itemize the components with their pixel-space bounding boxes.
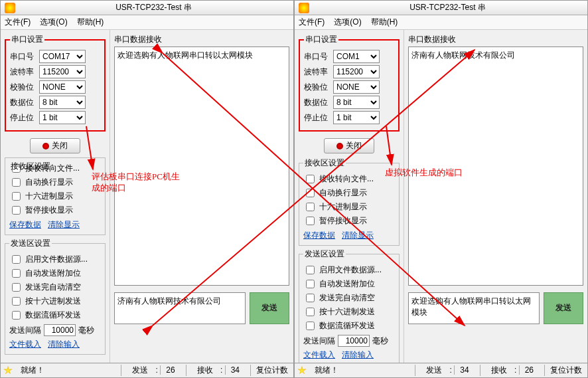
interval-input[interactable]: [338, 335, 370, 347]
link-file-load[interactable]: 文件载入: [9, 339, 41, 349]
main-area: 串口数据接收 欢迎选购有人物联网串口转以太网模块 济南有人物联网技术有限公司 发…: [110, 30, 293, 377]
chk-pause-recv[interactable]: [12, 206, 21, 215]
reset-count-button[interactable]: 复位计数: [544, 365, 587, 376]
menu-file[interactable]: 文件(F): [299, 17, 325, 28]
select-stopbits[interactable]: 1 bit: [39, 111, 86, 124]
reset-count-button[interactable]: 复位计数: [250, 365, 293, 376]
chk-auto-append[interactable]: [306, 280, 315, 288]
select-stopbits[interactable]: 1 bit: [333, 111, 380, 124]
chk-auto-clear[interactable]: [306, 294, 315, 302]
recv-settings-group: 接收区设置 接收转向文件... 自动换行显示 十六进制显示 暂停接收显示 保存数…: [5, 157, 106, 235]
chk-pause-recv[interactable]: [306, 217, 315, 225]
interval-input[interactable]: [44, 324, 76, 336]
link-clear-show[interactable]: 清除显示: [48, 220, 80, 229]
send-textarea[interactable]: 济南有人物联网技术有限公司: [114, 292, 246, 324]
titlebar: USR-TCP232-Test 串: [295, 1, 587, 15]
label-parity: 校验位: [10, 82, 35, 93]
link-save-data[interactable]: 保存数据: [303, 231, 335, 240]
chk-hex-send[interactable]: [306, 308, 315, 316]
chk-file-src[interactable]: [12, 255, 21, 264]
title-text: USR-TCP232-Test 串: [18, 2, 289, 13]
link-clear-show[interactable]: 清除显示: [342, 231, 374, 240]
select-parity[interactable]: NONE: [39, 80, 86, 94]
app-icon: [5, 3, 15, 13]
chk-recv-file[interactable]: [306, 175, 315, 183]
menu-options[interactable]: 选项(O): [40, 17, 67, 28]
menu-help[interactable]: 帮助(H): [371, 17, 398, 28]
legend-serial: 串口设置: [304, 34, 338, 45]
legend-send: 发送区设置: [9, 238, 52, 249]
chk-hex-show[interactable]: [306, 203, 315, 211]
link-file-load[interactable]: 文件载入: [303, 350, 335, 359]
chk-file-src[interactable]: [306, 266, 315, 274]
window-left: USR-TCP232-Test 串 文件(F) 选项(O) 帮助(H) 串口设置…: [0, 0, 294, 378]
recv-settings-group: 接收区设置 接收转向文件... 自动换行显示 十六进制显示 暂停接收显示 保存数…: [299, 157, 400, 246]
label-stopbits: 停止位: [10, 112, 35, 124]
label-port: 串口号: [10, 51, 35, 62]
status-tx: 发送 : 26: [121, 365, 185, 376]
send-textarea[interactable]: 欢迎选购有人物联网串口转以太网模块: [408, 292, 540, 324]
menubar: 文件(F) 选项(O) 帮助(H): [295, 15, 587, 30]
status-rx: 接收 : 34: [186, 365, 250, 376]
send-settings-group: 发送区设置 启用文件数据源... 自动发送附加位 发送完自动清空 按十六进制发送…: [299, 248, 400, 365]
recv-header: 串口数据接收: [114, 34, 289, 45]
status-ready: 就绪！: [15, 365, 121, 376]
close-button[interactable]: 关闭: [30, 138, 80, 153]
link-clear-input[interactable]: 清除输入: [342, 350, 374, 359]
menubar: 文件(F) 选项(O) 帮助(H): [1, 15, 293, 30]
close-button[interactable]: 关闭: [324, 138, 374, 153]
label-baud: 波特率: [10, 66, 35, 78]
recv-textarea[interactable]: 济南有人物联网技术有限公司: [408, 47, 583, 286]
select-databits[interactable]: 8 bit: [333, 96, 380, 109]
chk-auto-wrap[interactable]: [306, 189, 315, 197]
status-rx: 接收 : 26: [480, 365, 544, 376]
select-port[interactable]: COM17: [39, 50, 86, 63]
select-parity[interactable]: NONE: [333, 80, 380, 94]
open-indicator-icon: [336, 143, 343, 149]
window-right: USR-TCP232-Test 串 文件(F) 选项(O) 帮助(H) 串口设置…: [294, 0, 588, 378]
statusbar: 就绪！ 发送 : 26 接收 : 34 复位计数: [1, 363, 293, 377]
label-databits: 数据位: [10, 97, 35, 108]
chk-hex-send[interactable]: [12, 297, 21, 306]
sidebar: 串口设置 串口号COM17 波特率115200 校验位NONE 数据位8 bit…: [1, 30, 110, 377]
chk-loop-send[interactable]: [306, 322, 315, 330]
select-databits[interactable]: 8 bit: [39, 96, 86, 109]
legend-recv: 接收区设置: [9, 161, 52, 172]
recv-header: 串口数据接收: [408, 34, 583, 45]
chk-auto-append[interactable]: [12, 269, 21, 278]
chk-auto-clear[interactable]: [12, 283, 21, 292]
client-area: 串口设置 串口号COM17 波特率115200 校验位NONE 数据位8 bit…: [1, 30, 293, 377]
chk-hex-show[interactable]: [12, 192, 21, 201]
chk-auto-wrap[interactable]: [12, 178, 21, 187]
menu-options[interactable]: 选项(O): [334, 17, 361, 28]
main-area: 串口数据接收 济南有人物联网技术有限公司 欢迎选购有人物联网串口转以太网模块 发…: [404, 30, 587, 377]
status-icon: [297, 366, 307, 375]
menu-help[interactable]: 帮助(H): [77, 17, 104, 28]
app-icon: [299, 3, 309, 13]
recv-textarea[interactable]: 欢迎选购有人物联网串口转以太网模块: [114, 47, 289, 286]
serial-settings-group: 串口设置 串口号COM1 波特率115200 校验位NONE 数据位8 bit …: [299, 34, 400, 132]
send-button[interactable]: 发送: [250, 292, 289, 324]
chk-loop-send[interactable]: [12, 311, 21, 320]
select-port[interactable]: COM1: [333, 50, 380, 63]
legend-serial: 串口设置: [10, 34, 44, 45]
select-baud[interactable]: 115200: [39, 65, 86, 78]
sidebar: 串口设置 串口号COM1 波特率115200 校验位NONE 数据位8 bit …: [295, 30, 404, 377]
statusbar: 就绪！ 发送 : 34 接收 : 26 复位计数: [295, 363, 587, 377]
status-ready: 就绪！: [309, 365, 415, 376]
link-clear-input[interactable]: 清除输入: [48, 339, 80, 349]
select-baud[interactable]: 115200: [333, 65, 380, 78]
client-area: 串口设置 串口号COM1 波特率115200 校验位NONE 数据位8 bit …: [295, 30, 587, 377]
send-button[interactable]: 发送: [544, 292, 583, 324]
serial-settings-group: 串口设置 串口号COM17 波特率115200 校验位NONE 数据位8 bit…: [5, 34, 106, 132]
open-indicator-icon: [42, 143, 49, 149]
link-save-data[interactable]: 保存数据: [9, 220, 41, 229]
send-settings-group: 发送区设置 启用文件数据源... 自动发送附加位 发送完自动清空 按十六进制发送…: [5, 238, 106, 355]
title-text: USR-TCP232-Test 串: [312, 2, 583, 13]
titlebar: USR-TCP232-Test 串: [1, 1, 293, 15]
status-icon: [3, 366, 13, 375]
menu-file[interactable]: 文件(F): [5, 17, 31, 28]
status-tx: 发送 : 34: [415, 365, 479, 376]
